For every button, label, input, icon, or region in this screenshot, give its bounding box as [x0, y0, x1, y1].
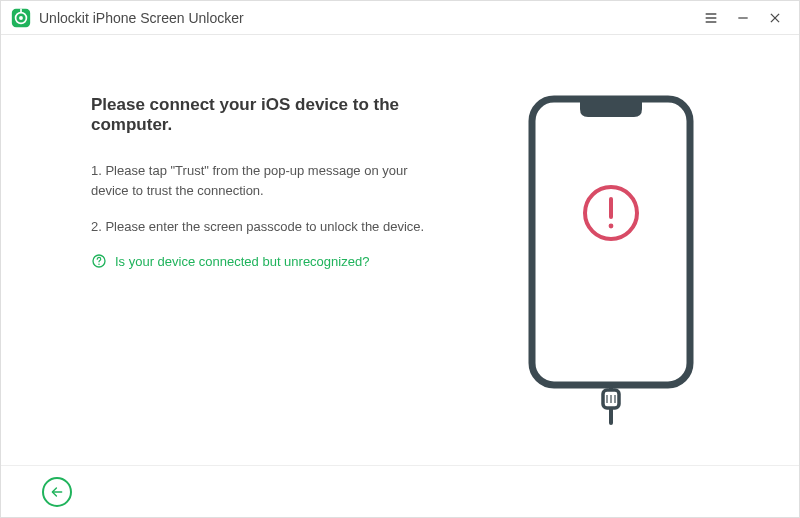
svg-point-11	[98, 264, 99, 265]
app-window: Unlockit iPhone Screen Unlocker Please c…	[0, 0, 800, 518]
titlebar: Unlockit iPhone Screen Unlocker	[1, 1, 799, 35]
instructions-pane: Please connect your iOS device to the co…	[91, 95, 471, 445]
help-link-text: Is your device connected but unrecognize…	[115, 254, 369, 269]
minimize-button[interactable]	[731, 6, 755, 30]
svg-rect-12	[532, 99, 690, 385]
help-link[interactable]: Is your device connected but unrecognize…	[91, 253, 471, 269]
phone-illustration	[526, 95, 696, 425]
back-button[interactable]	[42, 477, 72, 507]
illustration-pane	[501, 95, 721, 445]
app-title: Unlockit iPhone Screen Unlocker	[39, 10, 691, 26]
help-icon	[91, 253, 107, 269]
hamburger-icon	[703, 10, 719, 26]
step-1-text: 1. Please tap "Trust" from the pop-up me…	[91, 161, 431, 201]
arrow-left-icon	[50, 485, 64, 499]
menu-button[interactable]	[699, 6, 723, 30]
page-heading: Please connect your iOS device to the co…	[91, 95, 471, 135]
minimize-icon	[736, 11, 750, 25]
svg-point-15	[609, 224, 614, 229]
close-icon	[768, 11, 782, 25]
main-content: Please connect your iOS device to the co…	[1, 35, 799, 465]
footer	[1, 465, 799, 517]
step-2-text: 2. Please enter the screen passcode to u…	[91, 217, 431, 237]
close-button[interactable]	[763, 6, 787, 30]
app-logo-icon	[11, 8, 31, 28]
svg-point-2	[19, 16, 23, 20]
